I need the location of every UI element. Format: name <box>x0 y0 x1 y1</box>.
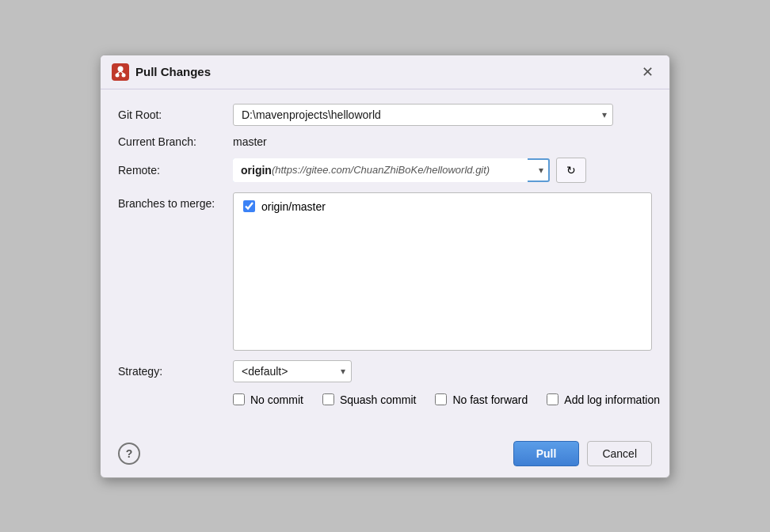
dialog-footer: ? Pull Cancel <box>101 435 669 477</box>
remote-row: Remote: origin (https://gitee.com/ChuanZ… <box>118 158 652 183</box>
svg-point-3 <box>122 73 126 77</box>
remote-select-wrapper: origin (https://gitee.com/ChuanZhiBoKe/h… <box>233 158 550 182</box>
pull-changes-dialog: Pull Changes ✕ Git Root: D:\mavenproject… <box>100 55 670 478</box>
no-fast-forward-checkbox[interactable] <box>435 393 447 405</box>
refresh-button[interactable]: ↻ <box>556 158 586 183</box>
squash-commit-label: Squash commit <box>340 393 416 406</box>
strategy-select-wrapper: <default> ▾ <box>233 360 352 382</box>
add-log-option[interactable]: Add log information <box>547 393 660 406</box>
app-icon <box>112 63 129 81</box>
dialog-title: Pull Changes <box>135 65 211 78</box>
remote-label: Remote: <box>118 164 233 177</box>
no-fast-forward-option[interactable]: No fast forward <box>435 393 528 406</box>
git-root-select[interactable]: D:\mavenprojects\helloworld <box>233 104 613 126</box>
strategy-row: Strategy: <default> ▾ <box>118 360 652 382</box>
footer-buttons: Pull Cancel <box>513 441 652 466</box>
branches-row: Branches to merge: origin/master <box>118 192 652 351</box>
git-root-select-wrapper: D:\mavenprojects\helloworld ▾ <box>233 104 613 126</box>
branch-checkbox[interactable] <box>243 200 255 212</box>
cancel-button[interactable]: Cancel <box>587 441 652 466</box>
branch-list-item[interactable]: origin/master <box>240 198 645 215</box>
squash-commit-option[interactable]: Squash commit <box>322 393 416 406</box>
add-log-label: Add log information <box>564 393 660 406</box>
title-bar-left: Pull Changes <box>112 63 211 81</box>
strategy-label: Strategy: <box>118 365 233 378</box>
remote-controls: origin (https://gitee.com/ChuanZhiBoKe/h… <box>233 158 586 183</box>
options-grid: No commit Squash commit No fast forward … <box>233 393 652 406</box>
help-button[interactable]: ? <box>118 443 140 465</box>
no-commit-checkbox[interactable] <box>233 393 245 405</box>
svg-point-2 <box>116 73 120 77</box>
remote-select[interactable] <box>233 158 550 182</box>
pull-button[interactable]: Pull <box>513 441 580 466</box>
no-commit-option[interactable]: No commit <box>233 393 303 406</box>
git-root-row: Git Root: D:\mavenprojects\helloworld ▾ <box>118 104 652 126</box>
branch-name: origin/master <box>261 200 326 213</box>
title-bar: Pull Changes ✕ <box>101 55 669 89</box>
current-branch-value: master <box>233 135 267 148</box>
help-icon: ? <box>126 447 133 460</box>
refresh-icon: ↻ <box>566 164 576 177</box>
strategy-select[interactable]: <default> <box>233 360 352 382</box>
git-root-label: Git Root: <box>118 108 233 121</box>
branches-label: Branches to merge: <box>118 192 233 210</box>
squash-commit-checkbox[interactable] <box>322 393 334 405</box>
close-button[interactable]: ✕ <box>637 63 658 81</box>
add-log-checkbox[interactable] <box>547 393 558 405</box>
current-branch-row: Current Branch: master <box>118 135 652 148</box>
no-fast-forward-label: No fast forward <box>452 393 528 406</box>
current-branch-label: Current Branch: <box>118 135 233 148</box>
svg-point-1 <box>118 66 124 71</box>
branches-list[interactable]: origin/master <box>233 192 652 351</box>
svg-rect-0 <box>112 63 129 81</box>
dialog-content: Git Root: D:\mavenprojects\helloworld ▾ … <box>101 89 669 435</box>
no-commit-label: No commit <box>250 393 303 406</box>
